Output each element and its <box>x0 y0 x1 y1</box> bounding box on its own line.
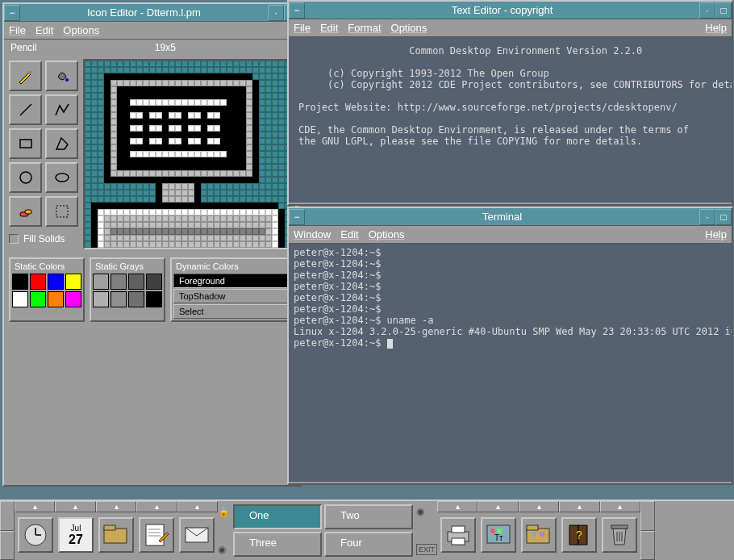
color-swatch[interactable] <box>12 291 28 307</box>
tool-ellipse[interactable] <box>45 162 78 193</box>
icon-editor-titlebar[interactable]: − Icon Editor - Dtterm.l.pm · □ <box>4 4 300 22</box>
menu-edit[interactable]: Edit <box>340 228 358 240</box>
gray-swatch[interactable] <box>111 291 127 307</box>
app-manager-icon[interactable] <box>521 517 557 553</box>
terminal-body[interactable]: peter@x-1204:~$ peter@x-1204:~$ peter@x-… <box>289 244 732 482</box>
subpanel-arrow[interactable]: ▴ <box>177 501 218 512</box>
text-editor-window: − Text Editor - copyright · □ File Edit … <box>287 0 733 206</box>
menu-options[interactable]: Options <box>391 22 427 34</box>
color-swatch[interactable] <box>12 274 28 290</box>
subpanel-arrow[interactable]: ▴ <box>136 501 177 512</box>
svg-text:Tт: Tт <box>494 533 503 542</box>
style-manager-icon[interactable]: Tт <box>481 517 516 553</box>
gray-swatch[interactable] <box>128 291 144 307</box>
color-swatch[interactable] <box>65 291 81 307</box>
maximize-button[interactable]: □ <box>715 209 732 225</box>
svg-rect-34 <box>611 525 628 529</box>
clock-icon[interactable] <box>18 517 53 553</box>
minimize-button[interactable]: · <box>699 209 715 225</box>
static-colors-group: Static Colors <box>9 257 85 322</box>
subpanel-arrow[interactable]: ▴ <box>96 501 136 512</box>
calendar-icon[interactable]: Jul 27 <box>58 517 94 553</box>
lock-icon[interactable]: 🔒 <box>218 506 230 517</box>
tool-pencil[interactable] <box>9 61 42 91</box>
dynamic-color-item[interactable]: TopShadow <box>173 289 292 303</box>
svg-rect-30 <box>540 532 544 537</box>
minimize-button[interactable]: · <box>699 2 715 19</box>
printer-icon[interactable] <box>440 517 476 553</box>
gray-swatch[interactable] <box>128 274 144 290</box>
exit-column: ◉ EXIT <box>416 501 437 560</box>
terminal-titlebar[interactable]: − Terminal · □ <box>289 208 732 226</box>
svg-point-6 <box>56 173 69 182</box>
workspace-button[interactable]: Two <box>324 504 413 529</box>
menu-options[interactable]: Options <box>369 228 405 240</box>
tool-flood-fill[interactable] <box>45 61 78 91</box>
exit-button[interactable]: EXIT <box>416 544 437 555</box>
svg-rect-21 <box>452 526 465 533</box>
fill-solids-checkbox[interactable] <box>9 234 19 244</box>
maximize-button[interactable]: □ <box>715 2 732 19</box>
menu-help[interactable]: Help <box>705 22 727 34</box>
menu-file[interactable]: File <box>9 24 26 36</box>
color-swatch[interactable] <box>30 274 46 290</box>
menu-file[interactable]: File <box>294 22 311 34</box>
subpanel-arrow[interactable]: ▴ <box>15 501 55 512</box>
tool-polyline[interactable] <box>45 94 78 125</box>
color-swatch[interactable] <box>48 291 64 307</box>
window-menu-button[interactable]: − <box>289 2 305 19</box>
tool-circle[interactable] <box>9 162 42 193</box>
workspace-button[interactable]: Three <box>233 532 322 557</box>
text-editor-icon[interactable] <box>139 517 174 553</box>
menu-format[interactable]: Format <box>348 22 381 34</box>
tool-eraser[interactable] <box>9 196 42 227</box>
trash-icon[interactable] <box>602 517 637 553</box>
calendar-month: Jul <box>71 524 81 533</box>
window-menu-button[interactable]: − <box>4 5 20 21</box>
minimize-button[interactable]: · <box>268 5 284 21</box>
svg-rect-29 <box>532 532 536 537</box>
gray-swatch[interactable] <box>146 274 162 290</box>
subpanel-arrow[interactable]: ▴ <box>519 501 559 512</box>
file-manager-icon[interactable] <box>98 517 134 553</box>
tool-select[interactable] <box>45 196 78 227</box>
menu-help[interactable]: Help <box>705 228 727 240</box>
subpanel-arrow[interactable]: ▴ <box>55 501 95 512</box>
gray-swatch[interactable] <box>146 291 162 307</box>
subpanel-arrow[interactable]: ▴ <box>559 501 599 512</box>
menu-edit[interactable]: Edit <box>320 22 338 34</box>
svg-rect-15 <box>146 524 164 545</box>
text-editor-titlebar[interactable]: − Text Editor - copyright · □ <box>289 2 732 19</box>
tool-palette: Fill Solids <box>4 56 83 253</box>
dynamic-color-item[interactable]: Foreground <box>173 274 292 288</box>
subpanel-arrow[interactable]: ▴ <box>437 501 478 512</box>
help-icon[interactable]: ? <box>561 517 597 553</box>
panel-handle-left[interactable] <box>0 501 15 560</box>
mail-icon[interactable] <box>179 517 215 553</box>
dynamic-colors-title: Dynamic Colors <box>173 261 292 274</box>
color-swatch[interactable] <box>65 274 81 290</box>
window-menu-button[interactable]: − <box>289 209 305 225</box>
tool-polygon[interactable] <box>45 128 78 159</box>
gray-swatch[interactable] <box>93 291 109 307</box>
tool-rectangle[interactable] <box>9 128 42 159</box>
svg-rect-28 <box>527 525 538 530</box>
workspace-button[interactable]: One <box>233 504 322 529</box>
text-editor-body[interactable]: Common Desktop Environment Version 2.2.0… <box>289 37 732 203</box>
dynamic-color-item[interactable]: Select <box>173 304 292 319</box>
menu-options[interactable]: Options <box>63 24 99 36</box>
gray-swatch[interactable] <box>111 274 127 290</box>
workspace-button[interactable]: Four <box>324 532 413 557</box>
color-swatch[interactable] <box>30 291 46 307</box>
gray-swatch[interactable] <box>93 274 109 290</box>
svg-rect-27 <box>527 529 549 543</box>
color-swatch[interactable] <box>48 274 64 290</box>
menu-window[interactable]: Window <box>294 228 331 240</box>
panel-handle-right[interactable] <box>640 501 655 560</box>
subpanel-arrow[interactable]: ▴ <box>600 501 640 512</box>
static-colors-title: Static Colors <box>12 261 81 274</box>
subpanel-arrow[interactable]: ▴ <box>478 501 518 512</box>
tool-line[interactable] <box>9 94 42 125</box>
icon-canvas[interactable] <box>83 59 297 249</box>
menu-edit[interactable]: Edit <box>35 24 53 36</box>
